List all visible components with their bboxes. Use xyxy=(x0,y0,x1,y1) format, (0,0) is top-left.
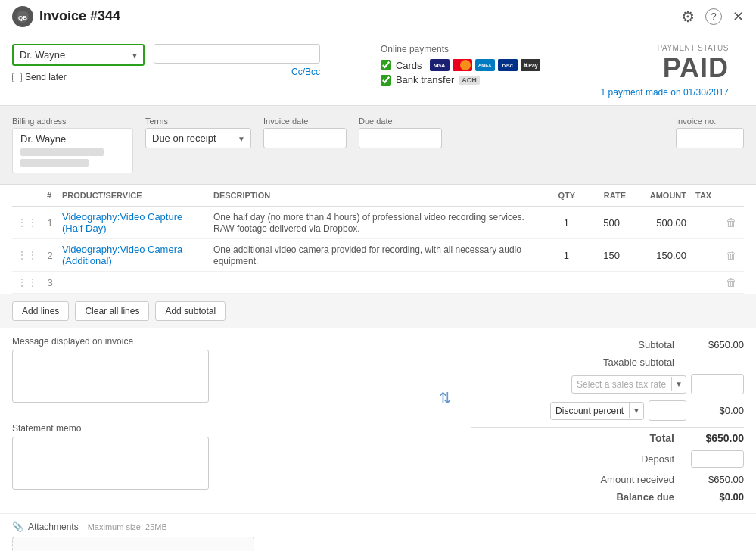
line-items-section: # PRODUCT/SERVICE DESCRIPTION QTY RATE A… xyxy=(0,185,756,294)
rate-input-2[interactable] xyxy=(584,246,626,265)
settings-icon[interactable]: ⚙ xyxy=(681,8,695,26)
balance-due-value: $0.00 xyxy=(683,491,744,503)
terms-select[interactable]: Due on receipt xyxy=(145,128,251,148)
payment-status-block: PAYMENT STATUS PAID 1 payment made on 01… xyxy=(601,44,744,98)
billing-address-line2 xyxy=(20,159,89,167)
delete-btn-1[interactable]: 🗑 xyxy=(726,216,736,229)
customer-select[interactable]: Dr. Wayne xyxy=(12,44,145,66)
help-icon[interactable]: ? xyxy=(705,8,722,25)
invoice-no-input[interactable]: 344 xyxy=(676,128,744,148)
rate-cell-1 xyxy=(580,207,630,239)
total-label: Total xyxy=(471,432,683,444)
send-later-checkbox[interactable] xyxy=(12,73,22,82)
discount-value-input[interactable] xyxy=(649,400,686,421)
mastercard-icon xyxy=(453,59,472,71)
invoice-date-group: Invoice date 01/16/2017 xyxy=(263,117,347,148)
deposit-input[interactable] xyxy=(691,450,744,468)
add-lines-button[interactable]: Add lines xyxy=(12,301,69,321)
apple-pay-icon: ⌘Pay xyxy=(521,59,540,71)
message-textarea[interactable] xyxy=(12,350,209,403)
amount-value-1: 500.00 xyxy=(656,217,686,229)
qty-cell-3 xyxy=(540,272,580,294)
tax-dropdown-arrow[interactable]: ▼ xyxy=(671,377,686,391)
statement-textarea[interactable] xyxy=(12,437,209,490)
swap-icon[interactable]: ⇅ xyxy=(436,389,454,407)
amount-value-2: 150.00 xyxy=(656,250,686,261)
balance-due-label: Balance due xyxy=(471,491,683,503)
col-num: # xyxy=(42,185,58,207)
total-value: $650.00 xyxy=(683,432,744,444)
tax-value-input[interactable] xyxy=(691,374,744,394)
col-rate: RATE xyxy=(580,185,630,207)
email-input[interactable] xyxy=(154,44,320,64)
table-row: ⋮⋮ 2 Videography:Video Camera (Additiona… xyxy=(12,239,744,272)
discount-type-select[interactable]: Discount percent xyxy=(551,403,629,419)
due-date-group: Due date 01/28/2017 xyxy=(359,117,442,148)
svg-point-3 xyxy=(460,60,471,70)
table-body: ⋮⋮ 1 Videography:Video Capture (Half Day… xyxy=(12,207,744,294)
deposit-input-wrap xyxy=(683,450,744,468)
delete-btn-3[interactable]: 🗑 xyxy=(726,276,736,288)
description-text-2: One additional video camera provided for… xyxy=(213,244,521,266)
description-text-1: One half day (no more than 4 hours) of p… xyxy=(213,212,524,234)
product-link-2[interactable]: Videography:Video Camera (Additional) xyxy=(62,244,182,266)
product-cell-2: Videography:Video Camera (Additional) xyxy=(58,239,209,272)
billing-fields: Billing address Dr. Wayne Terms Due on r… xyxy=(12,117,744,173)
terms-dropdown-wrap: Due on receipt ▼ xyxy=(145,128,251,148)
drop-zone[interactable]: Drag/Drop files here or click the icon xyxy=(12,537,254,551)
add-subtotal-button[interactable]: Add subtotal xyxy=(155,301,226,321)
email-section: Cc/Bcc xyxy=(154,44,320,77)
drag-handle-2[interactable]: ⋮⋮ xyxy=(12,239,42,272)
amex-icon: AMEX xyxy=(475,59,495,71)
bank-transfer-checkbox[interactable] xyxy=(381,75,391,86)
discount-dropdown-arrow[interactable]: ▼ xyxy=(629,403,643,418)
col-qty: QTY xyxy=(540,185,580,207)
description-cell-3 xyxy=(209,272,540,294)
cc-bcc-link[interactable]: Cc/Bcc xyxy=(154,67,320,77)
svg-text:DISC: DISC xyxy=(502,64,513,68)
online-payments-title: Online payments xyxy=(381,44,540,54)
billing-address-line1 xyxy=(20,148,104,156)
due-date-input[interactable]: 01/28/2017 xyxy=(359,128,442,148)
max-size-label: Maximum size: 25MB xyxy=(88,522,167,531)
top-form-area: Dr. Wayne ▼ Send later Cc/Bcc Online pay… xyxy=(0,33,756,106)
billing-name: Dr. Wayne xyxy=(20,133,125,145)
invoice-date-input[interactable]: 01/16/2017 xyxy=(263,128,347,148)
billing-address-card[interactable]: Dr. Wayne xyxy=(12,128,133,173)
rate-input-1[interactable] xyxy=(584,213,626,232)
delete-cell-2: 🗑 xyxy=(721,239,744,272)
payment-link[interactable]: 1 payment made on 01/30/2017 xyxy=(601,87,729,98)
cards-checkbox[interactable] xyxy=(381,60,391,70)
col-product: PRODUCT/SERVICE xyxy=(58,185,209,207)
left-bottom: Message displayed on invoice Statement m… xyxy=(12,336,418,506)
product-link-1[interactable]: Videography:Video Capture (Half Day) xyxy=(62,211,182,234)
totals-section: Subtotal $650.00 Taxable subtotal Select… xyxy=(471,336,744,506)
amount-cell-3 xyxy=(630,272,691,294)
payment-status-value: PAID xyxy=(601,52,729,84)
header-left: QB Invoice #344 xyxy=(12,6,120,27)
subtotal-label: Subtotal xyxy=(471,339,683,350)
clear-all-button[interactable]: Clear all lines xyxy=(75,301,149,321)
discover-icon: DISC xyxy=(498,59,518,71)
message-label: Message displayed on invoice xyxy=(12,336,418,347)
tax-row: Select a sales tax rate ▼ xyxy=(471,371,744,397)
delete-btn-2[interactable]: 🗑 xyxy=(726,249,736,261)
tax-rate-select[interactable]: Select a sales tax rate xyxy=(572,376,671,393)
amount-cell-2: 150.00 xyxy=(630,239,691,272)
drag-handle-1[interactable]: ⋮⋮ xyxy=(12,207,42,239)
col-tax: TAX xyxy=(691,185,721,207)
qty-input-1[interactable] xyxy=(545,213,575,232)
invoice-no-label: Invoice no. xyxy=(676,117,744,126)
product-cell-3[interactable] xyxy=(58,272,209,294)
total-row: Total $650.00 xyxy=(471,427,744,447)
qty-cell-1 xyxy=(540,207,580,239)
statement-label: Statement memo xyxy=(12,423,418,434)
drag-handle-3[interactable]: ⋮⋮ xyxy=(12,272,42,294)
row-num-3: 3 xyxy=(42,272,58,294)
card-icons: VISA AMEX DISC ⌘Pay xyxy=(430,59,540,71)
description-cell-2: One additional video camera provided for… xyxy=(209,239,540,272)
qty-input-2[interactable] xyxy=(545,246,575,265)
subtotal-row: Subtotal $650.00 xyxy=(471,336,744,353)
ach-badge: ACH xyxy=(459,76,480,85)
close-icon[interactable]: ✕ xyxy=(733,8,744,25)
